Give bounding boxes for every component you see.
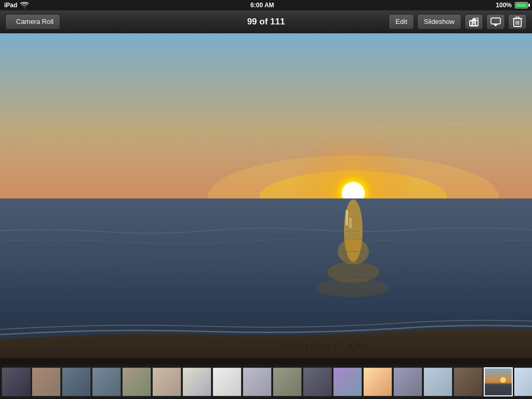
svg-rect-46 [349,218,352,228]
svg-rect-49 [485,383,512,395]
slideshow-button[interactable]: Slideshow [417,14,461,30]
device-name-label: iPad [4,2,17,9]
svg-point-37 [321,345,323,347]
svg-point-30 [285,344,287,346]
svg-point-29 [316,278,389,297]
share-icon [469,17,479,26]
thumbnail-item[interactable] [303,367,332,396]
thumbnail-item[interactable] [333,367,362,396]
status-bar: iPad 6:00 AM 100% [0,0,532,10]
thumbnail-item[interactable] [92,367,121,396]
thumbnail-item[interactable] [243,367,272,396]
svg-point-36 [316,344,318,345]
thumbnail-item[interactable] [152,367,181,396]
svg-point-48 [500,377,506,382]
photo-viewer[interactable] [0,33,532,364]
thumbnail-item[interactable] [393,367,422,396]
thumbnail-item[interactable] [423,367,453,396]
thumbnail-item[interactable] [514,367,532,396]
svg-point-39 [334,345,336,347]
svg-point-33 [300,345,302,347]
svg-point-34 [305,344,308,346]
thumbnail-item[interactable] [454,367,483,396]
svg-point-32 [295,344,297,345]
thumbnail-item[interactable] [122,367,151,396]
svg-rect-45 [345,210,348,225]
airplay-icon [490,17,501,26]
svg-point-41 [350,345,352,347]
edit-button[interactable]: Edit [389,14,414,30]
wifi-icon [20,2,29,8]
thumbnail-item[interactable] [2,367,31,396]
airplay-button[interactable] [486,14,505,30]
slideshow-label: Slideshow [424,18,455,25]
thumbnail-item[interactable] [62,367,91,396]
delete-button[interactable] [508,14,527,30]
svg-marker-6 [493,24,498,26]
battery-indicator [515,2,528,8]
edit-label: Edit [395,18,407,25]
camera-roll-button[interactable]: Camera Roll [5,14,60,30]
thumbnail-item[interactable] [32,367,61,396]
toolbar: Camera Roll 99 of 111 Edit Slideshow [0,10,532,33]
share-button[interactable] [464,14,483,30]
svg-point-31 [290,345,292,347]
svg-rect-5 [491,18,500,23]
svg-point-43 [365,345,367,347]
svg-rect-44 [0,358,532,364]
thumbnail-item[interactable] [182,367,211,396]
thumbnail-item-active[interactable] [484,367,513,396]
svg-point-35 [311,345,313,347]
thumbnail-item[interactable] [212,367,242,396]
trash-icon [513,17,522,27]
svg-point-42 [357,344,360,345]
thumbnail-item[interactable] [363,367,392,396]
svg-point-40 [342,343,344,345]
thumbnail-strip [0,364,532,399]
svg-point-38 [326,344,328,346]
camera-roll-label: Camera Roll [16,18,54,25]
status-time: 6:00 AM [250,2,274,9]
photo-counter: 99 of 111 [247,17,285,27]
thumbnail-item[interactable] [273,367,302,396]
battery-percent-label: 100% [496,2,512,9]
photo-image [0,33,532,364]
